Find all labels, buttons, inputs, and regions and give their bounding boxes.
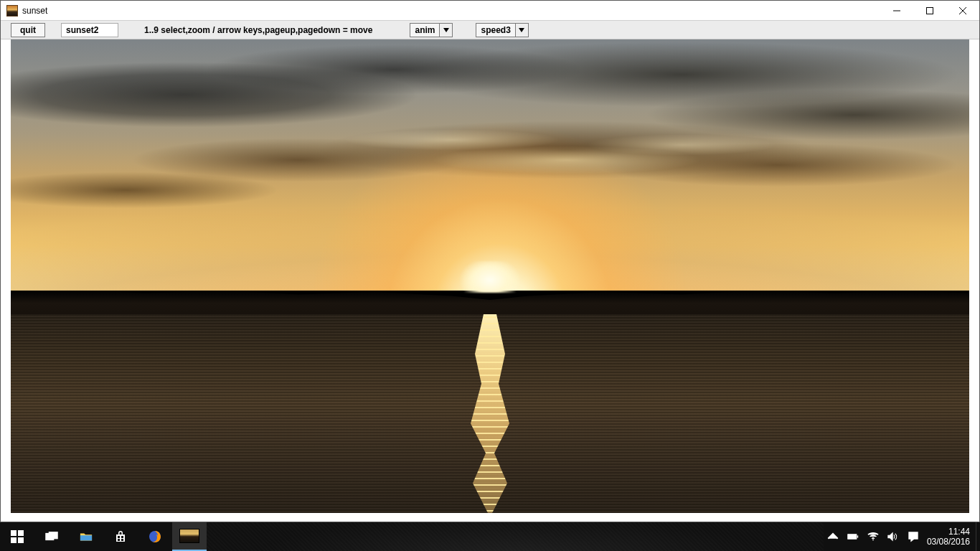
- firefox-icon: [149, 530, 161, 543]
- svg-rect-12: [121, 539, 123, 541]
- svg-point-17: [872, 540, 874, 541]
- filename-field[interactable]: sunset2: [61, 23, 118, 37]
- svg-rect-11: [118, 539, 120, 541]
- task-view-button[interactable]: [34, 522, 69, 551]
- dropdown-arrow-icon: [439, 24, 452, 37]
- speed-select-label: speed3: [476, 25, 514, 35]
- task-view-icon: [45, 530, 58, 543]
- file-explorer-button[interactable]: [69, 522, 103, 551]
- taskbar-spacer: [207, 522, 824, 551]
- taskbar-clock[interactable]: 11:44 03/08/2016: [924, 527, 976, 547]
- svg-marker-1: [443, 28, 449, 32]
- image-canvas[interactable]: [11, 39, 969, 513]
- store-button[interactable]: [103, 522, 138, 551]
- folder-icon: [80, 530, 93, 543]
- svg-rect-10: [121, 536, 123, 538]
- svg-rect-8: [49, 532, 57, 539]
- firefox-button[interactable]: [138, 522, 172, 551]
- volume-icon[interactable]: [887, 530, 900, 543]
- anim-select-label: anim: [410, 25, 439, 35]
- tray-overflow-icon[interactable]: [826, 530, 839, 543]
- minimize-button[interactable]: [880, 1, 913, 21]
- battery-icon[interactable]: [847, 530, 859, 543]
- wifi-icon[interactable]: [867, 530, 880, 543]
- taskbar-app-sunset[interactable]: [172, 522, 207, 551]
- dropdown-arrow-icon: [515, 24, 528, 37]
- quit-button[interactable]: quit: [11, 23, 45, 37]
- app-icon: [6, 5, 18, 17]
- svg-marker-2: [519, 28, 524, 32]
- titlebar[interactable]: sunset: [1, 1, 979, 21]
- close-button[interactable]: [946, 1, 979, 21]
- speed-select[interactable]: speed3: [476, 23, 528, 37]
- svg-rect-3: [11, 530, 17, 536]
- svg-rect-5: [11, 537, 17, 543]
- windows-icon: [11, 530, 24, 543]
- svg-rect-9: [118, 536, 120, 538]
- svg-rect-6: [18, 537, 24, 543]
- anim-select[interactable]: anim: [410, 23, 453, 37]
- store-icon: [114, 530, 127, 543]
- svg-rect-15: [857, 535, 859, 537]
- clock-time: 11:44: [927, 527, 970, 537]
- svg-rect-0: [927, 7, 933, 14]
- clock-date: 03/08/2016: [927, 537, 970, 547]
- show-desktop-button[interactable]: [976, 522, 980, 551]
- sky-layer: [11, 39, 969, 291]
- system-tray[interactable]: [824, 522, 924, 551]
- svg-rect-16: [849, 535, 855, 537]
- sunset-thumb-icon: [179, 529, 199, 543]
- keyboard-hint: 1..9 select,zoom / arrow keys,pageup,pag…: [144, 25, 372, 35]
- svg-rect-4: [18, 530, 24, 536]
- toolbar: quit sunset2 1..9 select,zoom / arrow ke…: [1, 21, 979, 39]
- taskbar: 11:44 03/08/2016: [0, 522, 980, 551]
- maximize-button[interactable]: [913, 1, 946, 21]
- action-center-icon[interactable]: [907, 530, 920, 543]
- app-window: sunset quit sunset2 1..9 select,zoom / a…: [0, 0, 980, 522]
- start-button[interactable]: [0, 522, 34, 551]
- sun-glow: [458, 261, 522, 293]
- window-title: sunset: [22, 6, 47, 16]
